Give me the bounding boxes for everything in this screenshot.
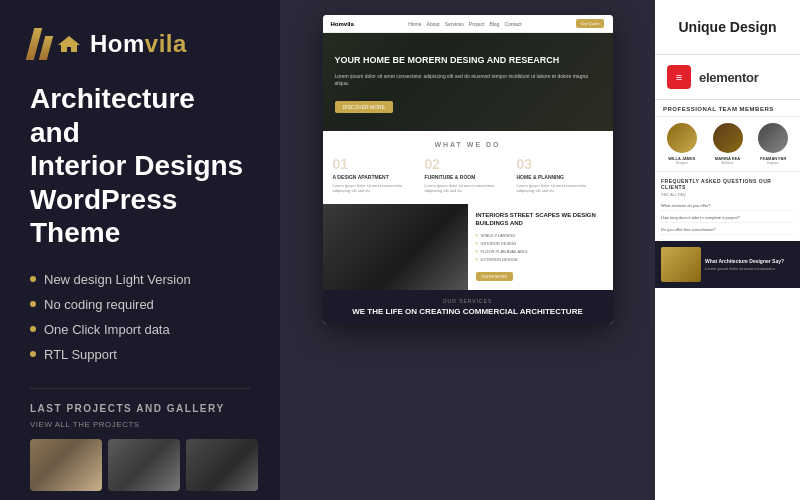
interiors-title: INTERIORS STREET SCAPES WE DESIGN BUILDI… <box>476 212 605 228</box>
service-name-2: FURNITURE & ROOM <box>425 174 511 180</box>
team-role-1: Designer <box>661 161 703 165</box>
faq-title: FREQUENTLY ASKED QUESTIONS OUR CLIENTS <box>661 178 794 190</box>
what-we-do-title: WHAT WE DO <box>333 141 603 148</box>
service-num-1: 01 <box>333 156 419 172</box>
service-text-3: Lorem ipsum dolor sit amet consectetur a… <box>517 183 603 194</box>
interiors-content: INTERIORS STREET SCAPES WE DESIGN BUILDI… <box>468 204 613 291</box>
list-item: New design Light Version <box>30 272 250 287</box>
avatar-2 <box>713 123 743 153</box>
gallery-thumbnails <box>30 439 250 491</box>
logo-text: Homvila <box>90 30 187 58</box>
mockup-hero-cta: DISCOVER MORE <box>335 101 394 113</box>
faq-item-2: How long does it take to complete a proj… <box>661 213 794 223</box>
right-website-mockup: PROFESSIONAL TEAM MEMBERS WILLA JAMES De… <box>655 100 800 500</box>
gallery-label: LAST PROJECTS AND GALLERY <box>30 403 250 414</box>
main-title-line2: Interior Designs <box>30 150 243 181</box>
team-role-2: Architect <box>707 161 749 165</box>
list-item: One Click Import data <box>30 322 250 337</box>
gallery-thumb-3 <box>186 439 258 491</box>
mockup-what-we-do: WHAT WE DO 01 A DESIGN APARTMENT Lorem i… <box>323 131 613 204</box>
list-item: RTL Support <box>30 347 250 362</box>
gallery-thumb-2 <box>108 439 180 491</box>
arch-title: What Architecture Designer Say? <box>705 258 784 264</box>
elementor-badge: ≡ elementor <box>655 55 800 100</box>
service-item-3: 03 HOME & PLANNING Lorem ipsum dolor sit… <box>517 156 603 194</box>
avatar-3 <box>758 123 788 153</box>
arch-desc: Lorem ipsum dolor sit amet consectetur <box>705 266 775 271</box>
mockup-nav: Homvila Home About Services Project Blog… <box>323 15 613 33</box>
main-title-line1: Architecture and <box>30 83 195 148</box>
elementor-label: elementor <box>699 70 758 85</box>
main-title-line3: WordPress Theme <box>30 184 177 249</box>
faq-item-3: Do you offer free consultation? <box>661 225 794 235</box>
nav-link-contact: Contact <box>504 21 521 27</box>
service-name-1: A DESIGN APARTMENT <box>333 174 419 180</box>
website-mockup: Homvila Home About Services Project Blog… <box>323 15 613 324</box>
bullet-icon <box>30 351 36 357</box>
team-member-2: MARINA REA Architect <box>707 123 749 165</box>
mockup-logo: Homvila <box>331 21 354 27</box>
mockup-interiors: INTERIORS STREET SCAPES WE DESIGN BUILDI… <box>323 204 613 291</box>
unique-design-badge: Unique Design <box>655 0 800 55</box>
team-header: PROFESSIONAL TEAM MEMBERS <box>655 100 800 117</box>
interiors-image <box>323 204 468 291</box>
interiors-list-item: FLOOR PLAN AVAILABLE <box>476 248 605 254</box>
arch-image <box>661 247 701 282</box>
logo-highlight: vila <box>145 30 187 57</box>
gallery-thumb-1 <box>30 439 102 491</box>
interiors-list: SPACE PLANNING INTERIOR DESIGN FLOOR PLA… <box>476 232 605 262</box>
faq-item-1: What services do you offer? <box>661 201 794 211</box>
house-icon <box>58 34 80 54</box>
left-panel: Homvila Architecture and Interior Design… <box>0 0 280 500</box>
interiors-cta: KNOW MORE <box>476 272 514 281</box>
nav-link-project: Project <box>469 21 485 27</box>
team-members: WILLA JAMES Designer MARINA REA Architec… <box>655 117 800 171</box>
faq-subtitle: SEE ALL FAQ <box>661 192 794 197</box>
interiors-list-item: EXTERIOR DESIGN <box>476 256 605 262</box>
features-list: New design Light Version No coding requi… <box>30 272 250 362</box>
logo-area: Homvila <box>30 28 250 60</box>
right-panel: Unique Design ≡ elementor PROFESSIONAL T… <box>655 0 800 500</box>
arch-section: What Architecture Designer Say? Lorem ip… <box>655 241 800 288</box>
mockup-services: 01 A DESIGN APARTMENT Lorem ipsum dolor … <box>333 156 603 194</box>
unique-design-text: Unique Design <box>678 19 776 36</box>
gallery-section: LAST PROJECTS AND GALLERY VIEW ALL THE P… <box>30 388 250 491</box>
gallery-subtitle: VIEW ALL THE PROJECTS <box>30 420 250 429</box>
logo-slash2-icon <box>39 36 53 60</box>
arch-text: What Architecture Designer Say? Lorem ip… <box>705 258 784 271</box>
commercial-title: WE THE LIFE ON CREATING COMMERCIAL ARCHI… <box>333 307 603 316</box>
elementor-icon: ≡ <box>667 65 691 89</box>
faq-items: What services do you offer? How long doe… <box>661 201 794 235</box>
team-member-3: FEAMAN FAR Engineer <box>752 123 794 165</box>
mockup-hero: YOUR HOME BE MORERN DESING AND RESEARCH … <box>323 33 613 131</box>
commercial-subtitle: OUR SERVICES <box>333 298 603 304</box>
mockup-nav-cta: Get Quote <box>576 19 604 28</box>
service-name-3: HOME & PLANNING <box>517 174 603 180</box>
svg-marker-0 <box>58 36 80 52</box>
interiors-list-item: SPACE PLANNING <box>476 232 605 238</box>
service-item-2: 02 FURNITURE & ROOM Lorem ipsum dolor si… <box>425 156 511 194</box>
nav-link-home: Home <box>408 21 421 27</box>
team-member-1: WILLA JAMES Designer <box>661 123 703 165</box>
mockup-hero-subtitle: Lorem ipsum dolor sit amet consectetur a… <box>335 73 601 87</box>
mockup-nav-links: Home About Services Project Blog Contact <box>408 21 521 27</box>
service-item-1: 01 A DESIGN APARTMENT Lorem ipsum dolor … <box>333 156 419 194</box>
center-panel: Homvila Home About Services Project Blog… <box>280 0 655 500</box>
nav-link-about: About <box>427 21 440 27</box>
logo-icon <box>30 28 80 60</box>
team-role-3: Engineer <box>752 161 794 165</box>
bullet-icon <box>30 276 36 282</box>
interiors-list-item: INTERIOR DESIGN <box>476 240 605 246</box>
avatar-1 <box>667 123 697 153</box>
mockup-commercial: OUR SERVICES WE THE LIFE ON CREATING COM… <box>323 290 613 324</box>
bullet-icon <box>30 326 36 332</box>
list-item: No coding required <box>30 297 250 312</box>
mockup-hero-title: YOUR HOME BE MORERN DESING AND RESEARCH <box>335 55 601 67</box>
service-num-2: 02 <box>425 156 511 172</box>
faq-section: FREQUENTLY ASKED QUESTIONS OUR CLIENTS S… <box>655 171 800 241</box>
bullet-icon <box>30 301 36 307</box>
service-text-1: Lorem ipsum dolor sit amet consectetur a… <box>333 183 419 194</box>
nav-link-services: Services <box>445 21 464 27</box>
service-num-3: 03 <box>517 156 603 172</box>
main-title: Architecture and Interior Designs WordPr… <box>30 82 250 250</box>
